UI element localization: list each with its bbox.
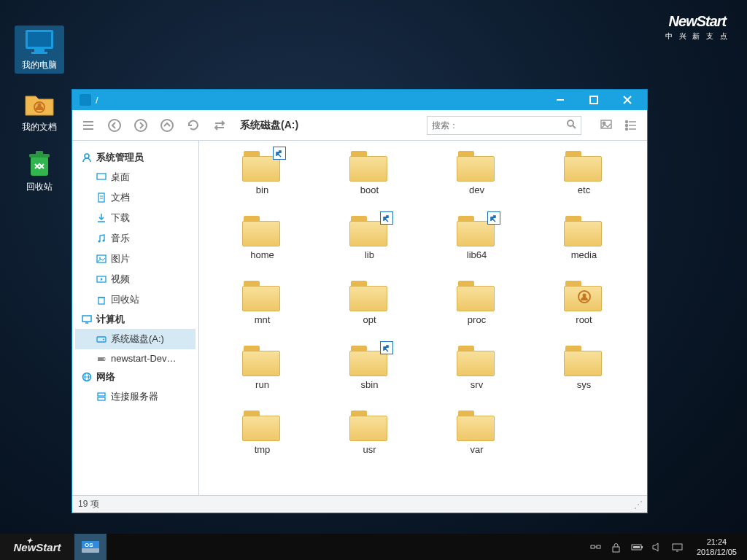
- network-icon: [81, 372, 92, 383]
- server-icon: [96, 392, 107, 402]
- svg-rect-64: [591, 545, 595, 548]
- sidebar-item-label: 回收站: [111, 293, 139, 306]
- folder-sys[interactable]: sys: [534, 346, 634, 390]
- folder-home[interactable]: home: [212, 216, 312, 260]
- svg-marker-41: [101, 278, 103, 281]
- folder-run[interactable]: run: [212, 346, 312, 390]
- sidebar-item-音乐[interactable]: 音乐: [75, 228, 196, 249]
- forward-button[interactable]: [132, 117, 150, 134]
- folder-sbin[interactable]: sbin: [320, 346, 419, 390]
- sidebar-item-系统磁盘(A:)[interactable]: 系统磁盘(A:): [75, 329, 196, 349]
- sidebar-header-computer[interactable]: 计算机: [75, 310, 196, 329]
- resize-grip[interactable]: ⋰: [634, 499, 641, 510]
- tray-battery-icon[interactable]: [631, 542, 642, 553]
- sidebar-header-label: 网络: [96, 370, 115, 384]
- folder-srv[interactable]: srv: [427, 346, 527, 390]
- shortcut-badge-icon: [487, 211, 500, 225]
- folder-icon: [349, 281, 390, 314]
- minimize-button[interactable]: [543, 90, 577, 110]
- svg-point-18: [161, 120, 173, 131]
- maximize-button[interactable]: [577, 90, 611, 110]
- folder-lib64[interactable]: lib64: [427, 216, 527, 260]
- folder-var[interactable]: var: [427, 411, 527, 455]
- folder-icon: [349, 216, 390, 249]
- menu-button[interactable]: [80, 117, 97, 134]
- folder-label: sbin: [361, 379, 379, 390]
- desktop-icon: [96, 172, 107, 183]
- back-button[interactable]: [106, 117, 123, 134]
- sidebar-item-label: 系统磁盘(A:): [111, 332, 164, 346]
- tray-network-icon[interactable]: [590, 542, 601, 553]
- sidebar: 系统管理员 桌面文档下载音乐图片视频回收站 计算机 系统磁盘(A:)newsta…: [72, 141, 199, 495]
- trash-icon: [23, 149, 55, 179]
- folder-label: boot: [360, 184, 379, 195]
- file-manager-window: / 系统磁盘(A:) 系统管理员 桌面文档下载音乐图片视频回收站: [71, 89, 648, 513]
- titlebar[interactable]: /: [72, 90, 647, 110]
- sidebar-item-视频[interactable]: 视频: [75, 269, 196, 289]
- desktop-icon-my-computer[interactable]: 我的电脑: [15, 26, 64, 74]
- folder-mnt[interactable]: mnt: [212, 281, 312, 325]
- desktop-icon-my-documents[interactable]: 我的文档: [15, 90, 64, 133]
- sidebar-header-network[interactable]: 网络: [75, 368, 196, 386]
- sidebar-item-图片[interactable]: 图片: [75, 249, 196, 269]
- folder-etc[interactable]: etc: [534, 151, 634, 195]
- taskbar-app-filemanager[interactable]: OS: [74, 534, 107, 560]
- folder-media[interactable]: media: [534, 216, 634, 260]
- svg-rect-70: [633, 546, 640, 548]
- folder-icon: [242, 411, 283, 444]
- start-button[interactable]: ✦ NewStart: [0, 534, 74, 560]
- disk-icon: [96, 334, 107, 345]
- folder-proc[interactable]: proc: [427, 281, 527, 325]
- list-view-button[interactable]: [622, 117, 640, 134]
- close-button[interactable]: [611, 90, 644, 110]
- search-input[interactable]: [432, 120, 566, 131]
- taskbar-clock[interactable]: 21:24 2018/12/05: [692, 537, 741, 558]
- sidebar-item-回收站[interactable]: 回收站: [75, 289, 196, 310]
- search-box[interactable]: [427, 116, 581, 135]
- svg-line-20: [573, 125, 576, 128]
- folder-tmp[interactable]: tmp: [212, 411, 312, 455]
- svg-point-47: [103, 339, 104, 341]
- folder-bin[interactable]: bin: [212, 151, 312, 195]
- sidebar-item-桌面[interactable]: 桌面: [75, 167, 196, 187]
- tray-volume-icon[interactable]: [651, 542, 662, 553]
- reload-button[interactable]: [185, 117, 202, 134]
- folder-icon: [242, 151, 283, 184]
- tray-lock-icon[interactable]: [611, 542, 622, 553]
- toolbar: 系统磁盘(A:): [72, 110, 647, 141]
- sidebar-item-连接服务器[interactable]: 连接服务器: [75, 386, 196, 407]
- thumbnail-view-button[interactable]: [597, 117, 615, 134]
- svg-rect-49: [104, 358, 106, 360]
- folder-icon: [349, 151, 390, 184]
- svg-rect-54: [98, 397, 105, 400]
- folder-opt[interactable]: opt: [320, 281, 419, 325]
- location-label: 系统磁盘(A:): [240, 119, 298, 132]
- folder-dev[interactable]: dev: [427, 151, 527, 195]
- shortcut-badge-icon: [273, 147, 286, 160]
- folder-root[interactable]: root: [534, 281, 634, 325]
- folder-lib[interactable]: lib: [320, 216, 419, 260]
- sidebar-header-label: 计算机: [96, 313, 125, 326]
- sidebar-item-label: 音乐: [111, 232, 130, 245]
- sidebar-item-下载[interactable]: 下载: [75, 208, 196, 228]
- sidebar-header-user[interactable]: 系统管理员: [75, 148, 196, 167]
- up-button[interactable]: [158, 117, 176, 134]
- sidebar-item-newstart-Dev…[interactable]: newstart-Dev…: [75, 349, 196, 368]
- user-overlay-icon: [577, 289, 592, 306]
- swap-button[interactable]: [211, 117, 228, 134]
- desktop-icon-recycle-bin[interactable]: 回收站: [15, 149, 64, 193]
- folder-label: home: [250, 249, 274, 260]
- shortcut-badge-icon: [380, 211, 393, 225]
- svg-marker-71: [653, 543, 658, 551]
- folder-usr[interactable]: usr: [320, 411, 419, 455]
- tray-display-icon[interactable]: [672, 542, 683, 553]
- folder-icon: [457, 281, 498, 314]
- start-label: NewStart: [13, 541, 61, 553]
- folder-label: opt: [363, 314, 376, 325]
- svg-point-22: [603, 122, 605, 124]
- folder-icon: [457, 346, 498, 379]
- sidebar-item-文档[interactable]: 文档: [75, 187, 196, 208]
- folder-boot[interactable]: boot: [320, 151, 419, 195]
- main-pane[interactable]: binbootdevetchomeliblib64mediamntoptproc…: [199, 141, 647, 495]
- folder-label: mnt: [255, 314, 271, 325]
